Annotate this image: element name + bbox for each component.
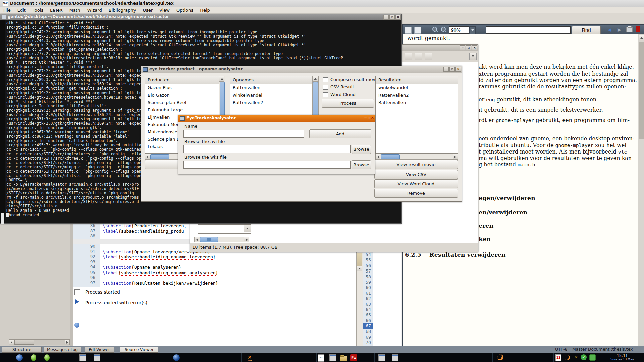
- code-line[interactable]: \label{subsec:handleiding_opname_analyse…: [103, 270, 356, 276]
- list-item[interactable]: Rattenvallen: [376, 99, 458, 106]
- fm-hscrollbar[interactable]: [194, 237, 249, 242]
- code-line[interactable]: \subsection{Resultaten bekijken/verwijde…: [103, 281, 356, 286]
- minimize-icon[interactable]: −: [383, 15, 389, 20]
- updates-ok-icon[interactable]: ✓: [581, 354, 587, 360]
- previous-icon[interactable]: ◀: [608, 27, 611, 32]
- csv-result-checkbox[interactable]: [323, 85, 328, 90]
- tab-messages-log[interactable]: Messages / Log: [44, 347, 81, 353]
- list-item[interactable]: winkelwandel: [376, 84, 458, 92]
- list-item[interactable]: Bio Gazon: [145, 92, 219, 99]
- kile-titlebar[interactable]: TeX Document : /home/gentoo/Documents/sc…: [0, 0, 644, 7]
- avi-file-input[interactable]: [183, 145, 351, 153]
- terminal-scrollbar[interactable]: [0, 20, 5, 223]
- moon-tray-icon[interactable]: [565, 355, 570, 360]
- log-globe-icon[interactable]: [74, 323, 79, 328]
- scroll-left-icon[interactable]: [376, 154, 380, 159]
- log-doc-icon[interactable]: [74, 289, 80, 295]
- window-task-icon[interactable]: [94, 354, 100, 361]
- log-run-icon[interactable]: [75, 299, 79, 304]
- checkbox-label[interactable]: Word Cloud: [330, 92, 356, 97]
- process-button[interactable]: Process: [322, 99, 374, 108]
- code-line[interactable]: [103, 260, 356, 265]
- scroll-up-icon[interactable]: [639, 35, 644, 41]
- fm-location-combobox[interactable]: [198, 224, 251, 234]
- maximize-icon[interactable]: ▫: [466, 45, 471, 50]
- view-result-movie-button[interactable]: View result movie: [374, 160, 458, 169]
- view-word-cloud-button[interactable]: View Word Cloud: [374, 179, 458, 188]
- page-icon[interactable]: [405, 27, 412, 34]
- remove-button[interactable]: Remove: [374, 189, 458, 198]
- scrollbar-thumb[interactable]: [639, 42, 644, 139]
- menu-edit[interactable]: Edit: [14, 7, 29, 13]
- resultaten-list[interactable]: Resultaten winkelwandelRattenvallen2Ratt…: [375, 76, 458, 154]
- code-line[interactable]: \label{subsec:handleiding_opname_toevoeg…: [103, 254, 356, 260]
- fm-tool-icon[interactable]: [425, 53, 432, 60]
- chevron-down-icon[interactable]: [469, 26, 476, 34]
- folder-icon[interactable]: [340, 356, 347, 361]
- print-icon[interactable]: [626, 27, 633, 32]
- wks-file-input[interactable]: [183, 161, 351, 169]
- find-input[interactable]: [486, 26, 571, 34]
- code-line[interactable]: \subsection{Opname analyseren}: [103, 265, 356, 270]
- chat-icon[interactable]: ✕chat: [246, 354, 253, 361]
- scroll-right-icon[interactable]: [453, 154, 458, 159]
- tex-doc-icon[interactable]: TeX: [318, 354, 324, 362]
- analysator-titlebar[interactable]: eye-tracker product - opname analysator …: [141, 66, 462, 73]
- list-item[interactable]: winkelwandel: [230, 92, 313, 99]
- menu-bibliography[interactable]: Bibliography: [105, 7, 140, 13]
- pages-icon[interactable]: [414, 27, 421, 34]
- calendar-tray-icon[interactable]: 13: [555, 354, 561, 361]
- compose-result-movie-checkbox[interactable]: [323, 77, 328, 82]
- minimize-icon[interactable]: −: [460, 45, 465, 50]
- pdf-vscrollbar[interactable]: [638, 34, 644, 346]
- scrollbar-thumb[interactable]: [200, 237, 218, 242]
- opnames-header[interactable]: Opnames: [230, 76, 313, 84]
- minimize-icon[interactable]: −: [364, 116, 367, 120]
- fm-tool-icon[interactable]: [405, 53, 412, 60]
- tab-pdf-viewer[interactable]: Pdf Viewer: [85, 347, 114, 353]
- maximize-icon[interactable]: ▫: [449, 67, 455, 72]
- list-item[interactable]: Science plan Beef: [145, 99, 219, 106]
- list-item[interactable]: Rattenvallen2: [230, 99, 313, 106]
- list-item[interactable]: Gazon Plus: [145, 84, 219, 92]
- sidebar-hscrollbar[interactable]: [9, 339, 70, 345]
- scrollbar-thumb[interactable]: [381, 154, 400, 159]
- word-cloud-checkbox[interactable]: [323, 92, 328, 97]
- scroll-left-icon[interactable]: [145, 154, 150, 159]
- wks-browse-button[interactable]: Browse: [352, 160, 371, 169]
- menu-options[interactable]: Options: [173, 7, 197, 13]
- fm-tool-icon[interactable]: [415, 53, 422, 60]
- checkbox-label[interactable]: CSV Result: [330, 84, 354, 89]
- name-input[interactable]: [183, 130, 304, 138]
- list-item[interactable]: Rattenvallen: [230, 84, 313, 92]
- window-task-icon[interactable]: [392, 354, 398, 361]
- chevron-down-icon[interactable]: [469, 53, 477, 60]
- dialog-add-button[interactable]: Add: [309, 129, 371, 138]
- browser-icon[interactable]: [16, 354, 23, 361]
- resultaten-hscrollbar[interactable]: [375, 154, 458, 160]
- menu-latex[interactable]: LaTeX: [47, 7, 66, 13]
- tab-source-viewer[interactable]: Source Viewer: [120, 347, 158, 353]
- scroll-left-icon[interactable]: [195, 237, 199, 241]
- dialog-titlebar[interactable]: EyeTrackerAnalysator − ▫ ✕: [178, 115, 375, 122]
- menu-wizard[interactable]: Wizard: [84, 7, 105, 13]
- close-icon[interactable]: ×: [455, 67, 461, 72]
- scroll-right-icon[interactable]: [65, 340, 69, 344]
- close-icon[interactable]: ×: [472, 45, 477, 50]
- late-night-icon[interactable]: [497, 354, 503, 360]
- menu-tools[interactable]: Tools: [29, 7, 47, 13]
- list-item[interactable]: Rattenvallen2: [376, 92, 458, 99]
- code-line[interactable]: [103, 275, 356, 281]
- list-item[interactable]: Eukanuba Large: [145, 106, 219, 114]
- find-button[interactable]: Find: [572, 26, 601, 34]
- producten-header[interactable]: Producten: [145, 76, 219, 84]
- scrollbar-thumb[interactable]: [1, 213, 4, 224]
- scroll-left-icon[interactable]: [9, 340, 14, 344]
- window-task-icon[interactable]: [378, 354, 385, 361]
- scroll-up-icon[interactable]: [313, 76, 318, 82]
- kile-log-panel[interactable]: Process started Process exited with erro…: [73, 287, 356, 346]
- app-green-icon[interactable]: [31, 354, 36, 361]
- app-green-icon[interactable]: [44, 354, 50, 361]
- scroll-down-icon[interactable]: [357, 266, 362, 272]
- zoom-out-icon[interactable]: [441, 27, 446, 32]
